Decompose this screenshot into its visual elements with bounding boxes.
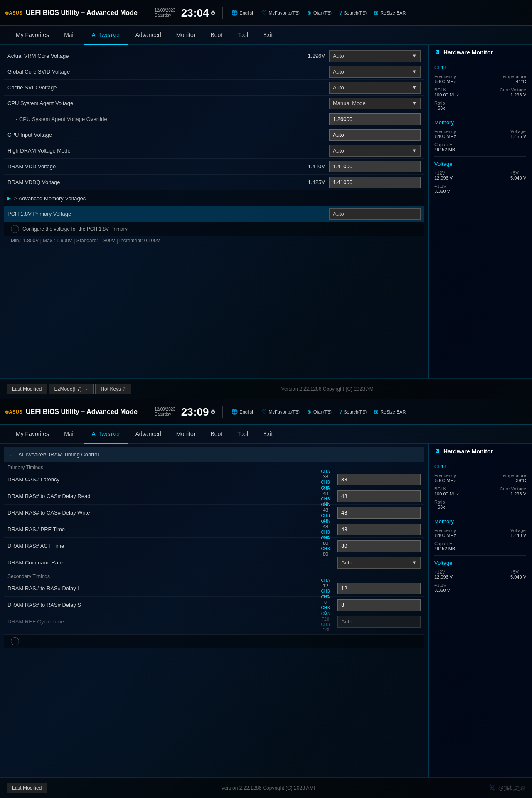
setting-label-csvid: Cache SVID Voltage — [7, 84, 329, 91]
hw2-mem-v-val: 1.440 V — [510, 533, 526, 538]
nav-exit-2[interactable]: Exit — [256, 425, 280, 444]
qfan-btn-1[interactable]: ⊕ Qfan(F6) — [305, 9, 333, 17]
nav-tool-2[interactable]: Tool — [230, 425, 256, 444]
resizebar-btn-2[interactable]: ⊞ ReSize BAR — [372, 408, 407, 416]
date-text-2: 12/09/2023Saturday — [155, 407, 175, 417]
search-btn-2[interactable]: ? Search(F9) — [337, 408, 368, 416]
nav-monitor-2[interactable]: Monitor — [169, 425, 203, 444]
hw-cpu-title-1: CPU — [434, 64, 526, 71]
timing-input-ras-pre[interactable]: 48 — [337, 524, 421, 535]
nav-main-1[interactable]: Main — [57, 26, 84, 45]
settings-gear-icon-2[interactable]: ⚙ — [210, 409, 216, 415]
chevron-down-icon-3: ▼ — [411, 84, 417, 91]
hw2-mem-v-label: Voltage — [510, 528, 526, 533]
myfavorite-btn-1[interactable]: ♡ MyFavorite(F3) — [260, 9, 301, 17]
bottom-bar-1: Last Modified EzMode(F7) → Hot Keys ? Ve… — [0, 378, 532, 399]
nav-advanced-1[interactable]: Advanced — [128, 26, 168, 45]
language-selector-1[interactable]: 🌐 English — [229, 9, 256, 17]
timing-input-ras-cas-r[interactable]: 48 — [337, 490, 421, 502]
timing-input-cas[interactable]: 38 — [337, 474, 421, 485]
hw2-mem-cap-val: 49152 MB — [434, 546, 455, 551]
timing-input-ras-cas-w[interactable]: 48 — [337, 507, 421, 519]
nav-exit-1[interactable]: Exit — [256, 26, 280, 45]
setting-dropdown-csvid[interactable]: Auto ▼ — [329, 82, 421, 94]
timing-label-ras-pre: DRAM RAS# PRE Time — [7, 526, 315, 532]
nav-boot-1[interactable]: Boot — [203, 26, 230, 45]
back-arrow-icon[interactable]: ← — [9, 451, 15, 458]
hw-mem-freq-label: Frequency — [434, 129, 456, 134]
timing-dropdown-cmd-rate[interactable]: Auto ▼ — [337, 557, 421, 569]
setting-label-adv-mem: > Advanced Memory Voltages — [14, 195, 421, 202]
nav-aitweaker-1[interactable]: Ai Tweaker — [84, 26, 128, 45]
hw2-cpu-temp-val: 39°C — [500, 478, 526, 483]
hw2-mem-title: Memory — [434, 518, 526, 525]
setting-input-cpu-sa-ov[interactable]: 1.26000 — [329, 113, 421, 125]
timing-cmd-rate: DRAM Command Rate Auto ▼ — [4, 554, 424, 571]
ez-mode-btn-1[interactable]: EzMode(F7) → — [49, 384, 94, 394]
setting-label-pch18v: PCH 1.8V Primary Voltage — [7, 211, 329, 217]
fan-icon-1: ⊕ — [307, 10, 312, 16]
setting-dropdown-cpu-sa[interactable]: Manual Mode ▼ — [329, 98, 421, 109]
hw-v5-val: 5.040 V — [510, 175, 526, 180]
resizebar-btn-1[interactable]: ⊞ ReSize BAR — [372, 9, 407, 17]
timing-input-ras-ras-l[interactable]: 12 — [337, 583, 421, 594]
nav-boot-2[interactable]: Boot — [203, 425, 230, 444]
setting-input-dram-vdd[interactable]: 1.41000 — [329, 161, 421, 172]
hw-v33-row: +3.3V 3.360 V — [434, 184, 526, 194]
setting-pch-18v[interactable]: PCH 1.8V Primary Voltage Auto — [4, 206, 424, 222]
hw-mem-cap-row: Capacity 49152 MB — [434, 142, 526, 152]
date-text-1: 12/09/2023Saturday — [155, 8, 175, 18]
timing-input-ras-ras-s[interactable]: 8 — [337, 599, 421, 611]
hw-mem-v-val: 1.456 V — [510, 134, 526, 139]
nav-monitor-1[interactable]: Monitor — [169, 26, 203, 45]
hw2-mem-freq-label: Frequency — [434, 528, 456, 533]
last-modified-btn-1[interactable]: Last Modified — [7, 384, 47, 394]
setting-dropdown-highdram[interactable]: Auto ▼ — [329, 145, 421, 157]
setting-dropdown-vrm[interactable]: Auto ▼ — [329, 50, 421, 62]
hw2-mem-cap-label: Capacity — [434, 541, 455, 546]
setting-adv-mem-voltages[interactable]: ▶ > Advanced Memory Voltages — [4, 190, 424, 206]
timing-input-ras-act[interactable]: 80 — [337, 540, 421, 552]
hot-keys-btn-1[interactable]: Hot Keys ? — [95, 384, 131, 394]
heart-icon-2: ♡ — [262, 409, 267, 415]
hw2-voltage-title: Voltage — [434, 560, 526, 566]
last-modified-btn-2[interactable]: Last Modified — [7, 783, 47, 793]
nav-myfavorites-1[interactable]: My Favorites — [8, 26, 57, 45]
hw-title-2: 🖥 Hardware Monitor — [434, 448, 526, 459]
setting-dropdown-pch18v[interactable]: Auto — [329, 208, 421, 220]
setting-input-dram-vddq[interactable]: 1.41000 — [329, 177, 421, 188]
nav-myfavorites-2[interactable]: My Favorites — [8, 425, 57, 444]
nav-main-2[interactable]: Main — [57, 425, 84, 444]
setting-input-cpu-input[interactable]: Auto — [329, 129, 421, 141]
myfavorite-btn-2[interactable]: ♡ MyFavorite(F3) — [260, 408, 301, 416]
top-bar-2: ⊛ASUS UEFI BIOS Utility – Advanced Mode … — [0, 399, 532, 425]
hw-mem-cap-val: 49152 MB — [434, 147, 455, 152]
qfan-btn-2[interactable]: ⊕ Qfan(F6) — [305, 408, 333, 416]
info-text-1: Configure the voltage for the PCH 1.8V P… — [22, 226, 128, 232]
hw2-bclk-row: BCLK 100.00 MHz Core Voltage 1.296 V — [434, 486, 526, 496]
nav-tool-1[interactable]: Tool — [230, 26, 256, 45]
settings-panel-1: Actual VRM Core Voltage 1.296V Auto ▼ Gl… — [0, 45, 428, 378]
divider-1 — [148, 7, 148, 19]
asus-logo-2: ⊛ASUS — [5, 407, 22, 416]
timing-label-ras-ras-s: DRAM RAS# to RAS# Delay S — [7, 602, 315, 608]
hw-cpu-bclk-row: BCLK 100.00 MHz Core Voltage 1.296 V — [434, 87, 526, 97]
top-bar-1: ⊛ASUS UEFI BIOS Utility – Advanced Mode … — [0, 0, 532, 26]
settings-panel-2: ← Ai Tweaker\DRAM Timing Control Primary… — [0, 444, 428, 777]
timing-ras-ras-l: DRAM RAS# to RAS# Delay L CHA 12 CHB 12 … — [4, 580, 424, 597]
hw-bclk-val: 100.00 MHz — [434, 92, 459, 97]
nav-advanced-2[interactable]: Advanced — [128, 425, 168, 444]
timing-ras-act: DRAM RAS# ACT Time CHA 80 CHB 80 80 — [4, 538, 424, 554]
hw-panel-1: 🖥 Hardware Monitor CPU Frequency 5300 MH… — [428, 45, 532, 378]
language-selector-2[interactable]: 🌐 English — [229, 408, 256, 416]
timing-cas-latency: DRAM CAS# Latency CHA 38 CHB 38 38 — [4, 471, 424, 488]
search-btn-1[interactable]: ? Search(F9) — [337, 9, 368, 17]
divider-4 — [222, 406, 223, 418]
hw2-v33-label: +3.3V — [434, 583, 450, 588]
hw2-cpu-freq-row: Frequency 5300 MHz Temperature 39°C — [434, 473, 526, 483]
bios-title-2: UEFI BIOS Utility – Advanced Mode — [26, 408, 138, 416]
hw-bclk-label: BCLK — [434, 87, 459, 92]
settings-gear-icon-1[interactable]: ⚙ — [210, 10, 216, 16]
nav-aitweaker-2[interactable]: Ai Tweaker — [84, 425, 128, 444]
setting-dropdown-gsvid[interactable]: Auto ▼ — [329, 66, 421, 78]
